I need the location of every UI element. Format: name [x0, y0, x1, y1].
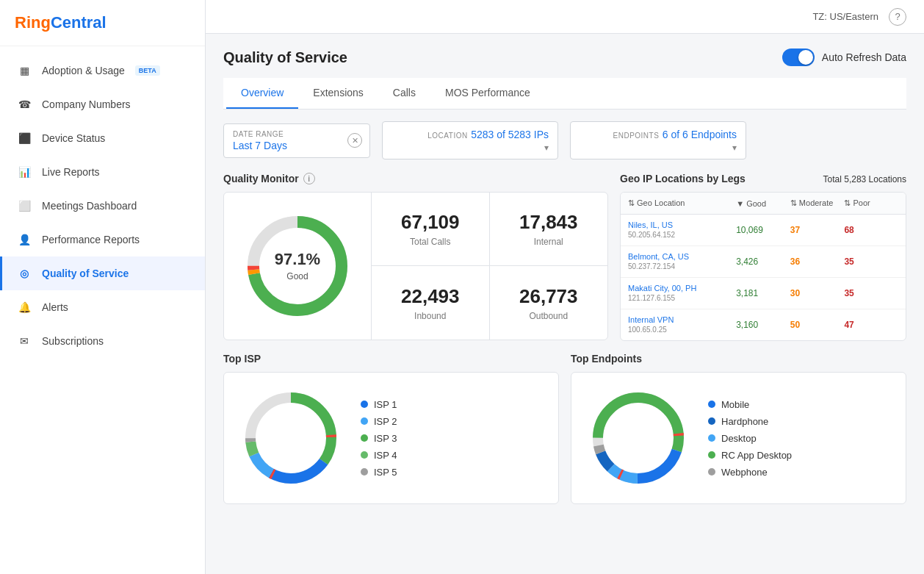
location-value: 5283 of 5283 IPs [471, 129, 549, 140]
top-isp-title: Top ISP [223, 353, 559, 365]
legend-dot [361, 451, 368, 459]
donut-label: Good [286, 271, 308, 281]
geo-table-body: Niles, IL, US 50.205.64.152 10,069 37 68… [621, 215, 906, 340]
legend-dot [361, 434, 368, 442]
legend-item: ISP 4 [361, 450, 397, 461]
legend-item: Hardphone [708, 416, 792, 427]
outbound-label: Outbound [529, 311, 568, 321]
adoption-icon: ▦ [17, 63, 32, 78]
page-title: Quality of Service [223, 49, 347, 66]
tab-mos-performance[interactable]: MOS Performance [430, 78, 545, 109]
legend-dot [708, 468, 715, 476]
sidebar-item-alerts[interactable]: 🔔 Alerts [0, 290, 205, 324]
date-range-clear[interactable]: ✕ [347, 133, 362, 148]
quality-monitor-section: Quality Monitor i [223, 173, 608, 341]
geo-header: Geo IP Locations by Legs Total 5,283 Loc… [620, 173, 906, 184]
quality-donut-card: 97.1% Good [224, 193, 372, 340]
endpoints-filter[interactable]: ENDPOINTS 6 of 6 Endpoints ▾ [570, 121, 746, 159]
tab-calls[interactable]: Calls [378, 78, 430, 109]
tab-extensions[interactable]: Extensions [298, 78, 378, 109]
sidebar-item-label: Live Reports [42, 166, 100, 178]
table-row: Makati City, 00, PH 121.127.6.155 3,181 … [621, 278, 906, 309]
top-endpoints-card: Mobile Hardphone Desktop RC App Desktop … [571, 372, 906, 504]
top-isp-section: Top ISP [223, 353, 559, 504]
info-icon[interactable]: i [303, 173, 315, 184]
sidebar-item-live-reports[interactable]: 📊 Live Reports [0, 155, 205, 189]
legend-dot [361, 417, 368, 425]
bottom-charts-row: Top ISP [223, 353, 906, 504]
sidebar-item-label: Device Status [42, 132, 105, 144]
legend-dot [708, 434, 715, 442]
meetings-dashboard-icon: ⬜ [17, 198, 32, 213]
date-range-label: DATE RANGE [233, 130, 361, 138]
dashboard-row-1: Quality Monitor i [223, 173, 906, 341]
stats-grid: 67,109 Total Calls 17,843 Internal 22,49… [372, 193, 607, 340]
auto-refresh-toggle[interactable] [782, 49, 815, 66]
top-endpoints-title: Top Endpoints [571, 353, 906, 365]
sidebar-item-device-status[interactable]: ⬛ Device Status [0, 121, 205, 155]
total-calls-label: Total Calls [410, 237, 450, 247]
legend-label: ISP 2 [374, 416, 397, 427]
geo-location-cell: Makati City, 00, PH 121.127.6.155 [628, 284, 736, 303]
legend-dot [708, 451, 715, 459]
top-isp-card: ISP 1 ISP 2 ISP 3 ISP 4 ISP 5 [223, 372, 559, 504]
main-content: TZ: US/Eastern ? Quality of Service Auto… [206, 0, 924, 574]
timezone-label: TZ: US/Eastern [812, 11, 878, 22]
geo-location-cell: Internal VPN 100.65.0.25 [628, 315, 736, 334]
sidebar: RingCentral ▦ Adoption & Usage BETA ☎ Co… [0, 0, 206, 574]
inbound-value: 22,493 [401, 285, 460, 308]
sidebar-item-performance-reports[interactable]: 👤 Performance Reports [0, 223, 205, 256]
legend-item: ISP 5 [361, 467, 397, 478]
col-moderate[interactable]: ⇅ Moderate [790, 198, 845, 208]
col-poor[interactable]: ⇅ Poor [844, 198, 898, 208]
inbound-label: Inbound [414, 311, 446, 321]
legend-label: ISP 4 [374, 450, 397, 461]
geo-moderate-value: 36 [790, 256, 845, 267]
stat-inbound: 22,493 Inbound [372, 266, 490, 340]
stat-internal: 17,843 Internal [490, 193, 608, 266]
endpoints-label: ENDPOINTS [613, 132, 660, 140]
stat-total-calls: 67,109 Total Calls [372, 193, 490, 266]
help-button[interactable]: ? [889, 8, 906, 26]
legend-dot [708, 401, 715, 408]
sidebar-item-adoption[interactable]: ▦ Adoption & Usage BETA [0, 54, 205, 87]
geo-location-name[interactable]: Niles, IL, US [628, 220, 736, 229]
geo-location-name[interactable]: Makati City, 00, PH [628, 284, 736, 293]
sidebar-item-company-numbers[interactable]: ☎ Company Numbers [0, 87, 205, 121]
geo-location-name[interactable]: Belmont, CA, US [628, 252, 736, 261]
subscriptions-icon: ✉ [17, 334, 32, 348]
date-range-filter[interactable]: DATE RANGE Last 7 Days ✕ [223, 123, 370, 158]
endpoints-legend: Mobile Hardphone Desktop RC App Desktop … [708, 399, 792, 478]
donut-percentage: 97.1% [275, 250, 320, 269]
location-filter[interactable]: LOCATION 5283 of 5283 IPs ▾ [382, 121, 558, 159]
sidebar-item-label: Meetings Dashboard [42, 200, 137, 212]
brand-name: RingCentral [15, 13, 107, 32]
geo-moderate-value: 50 [790, 320, 845, 330]
col-geo-location[interactable]: ⇅ Geo Location [628, 198, 736, 208]
legend-label: Webphone [721, 467, 768, 478]
geo-ip: 50.205.64.152 [628, 231, 675, 239]
legend-dot [708, 417, 715, 425]
geo-location-name[interactable]: Internal VPN [628, 315, 736, 324]
quality-monitor-title: Quality Monitor i [223, 173, 608, 184]
location-label: LOCATION [427, 132, 467, 140]
legend-label: RC App Desktop [721, 450, 792, 461]
company-numbers-icon: ☎ [17, 97, 32, 112]
sidebar-item-subscriptions[interactable]: ✉ Subscriptions [0, 324, 205, 358]
legend-item: ISP 3 [361, 433, 397, 444]
sidebar-item-meetings-dashboard[interactable]: ⬜ Meetings Dashboard [0, 189, 205, 223]
sidebar-item-quality-of-service[interactable]: ◎ Quality of Service [0, 256, 205, 290]
sidebar-item-label: Subscriptions [42, 335, 104, 347]
isp-donut-svg [236, 383, 346, 493]
tab-overview[interactable]: Overview [226, 78, 298, 109]
col-good[interactable]: ▼ Good [736, 198, 790, 208]
geo-table: ⇅ Geo Location ▼ Good ⇅ Moderate ⇅ Poor … [620, 192, 906, 341]
legend-item: ISP 2 [361, 416, 397, 427]
legend-dot [361, 401, 368, 408]
table-row: Belmont, CA, US 50.237.72.154 3,426 36 3… [621, 246, 906, 278]
legend-item: RC App Desktop [708, 450, 792, 461]
total-calls-value: 67,109 [401, 211, 460, 234]
endpoints-value: 6 of 6 Endpoints [663, 129, 737, 140]
alerts-icon: 🔔 [17, 300, 32, 315]
geo-poor-value: 35 [844, 288, 898, 298]
